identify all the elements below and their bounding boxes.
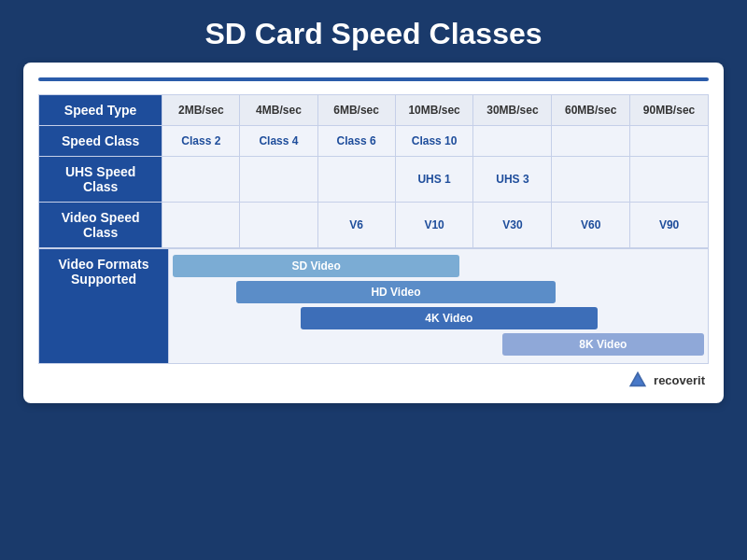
hd-video-bar: HD Video: [236, 281, 555, 303]
col-header-1: 4MB/sec: [240, 95, 317, 126]
col-header-3: 10MB/sec: [395, 95, 473, 126]
row-label-2: Video Speed Class: [39, 203, 162, 248]
video-formats-row: Video Formats Supported SD Video HD Vide…: [38, 248, 709, 364]
cell-2-6: V90: [630, 203, 709, 248]
col-header-5: 60MB/sec: [552, 95, 630, 126]
page-title: SD Card Speed Classes: [204, 0, 542, 63]
cell-0-1: Class 4: [240, 126, 317, 157]
cell-0-6: [630, 126, 709, 157]
cell-0-2: Class 6: [317, 126, 395, 157]
cell-2-1: [240, 203, 317, 248]
sd-video-bar: SD Video: [173, 255, 459, 277]
video-formats-label: Video Formats Supported: [38, 248, 169, 364]
cell-2-2: V6: [317, 203, 395, 248]
cell-0-0: Class 2: [162, 126, 240, 157]
speed-type-label: Speed Type: [39, 95, 162, 126]
cell-2-3: V10: [395, 203, 473, 248]
cell-1-4: UHS 3: [473, 157, 552, 203]
cell-1-5: [552, 157, 630, 203]
cell-2-4: V30: [473, 203, 552, 248]
col-header-6: 90MB/sec: [630, 95, 709, 126]
cell-1-6: [630, 157, 709, 203]
brand-logo: recoverit: [38, 364, 709, 390]
cell-1-1: [240, 157, 317, 203]
row-label-0: Speed Class: [39, 126, 162, 157]
8k-video-bar: 8K Video: [502, 333, 704, 356]
cell-1-3: UHS 1: [395, 157, 473, 203]
video-formats-bars: SD Video HD Video 4K Video 8K Video: [169, 248, 709, 364]
col-header-0: 2MB/sec: [162, 95, 240, 126]
bar-container: SD Video HD Video 4K Video 8K Video: [173, 255, 704, 357]
info-card: Speed Type 2MB/sec 4MB/sec 6MB/sec 10MB/…: [23, 63, 724, 403]
cell-1-2: [317, 157, 395, 203]
col-header-2: 6MB/sec: [317, 95, 395, 126]
cell-0-5: [552, 126, 630, 157]
divider-line: [38, 77, 709, 81]
row-label-1: UHS Speed Class: [39, 157, 162, 203]
cell-2-0: [162, 203, 240, 248]
cell-0-4: [473, 126, 552, 157]
speed-class-table: Speed Type 2MB/sec 4MB/sec 6MB/sec 10MB/…: [38, 94, 709, 248]
cell-0-3: Class 10: [395, 126, 473, 157]
4k-video-bar: 4K Video: [301, 307, 599, 329]
cell-1-0: [162, 157, 240, 203]
recoverit-icon: [627, 370, 648, 390]
cell-2-5: V60: [552, 203, 630, 248]
brand-name: recoverit: [654, 373, 705, 387]
col-header-4: 30MB/sec: [473, 95, 552, 126]
